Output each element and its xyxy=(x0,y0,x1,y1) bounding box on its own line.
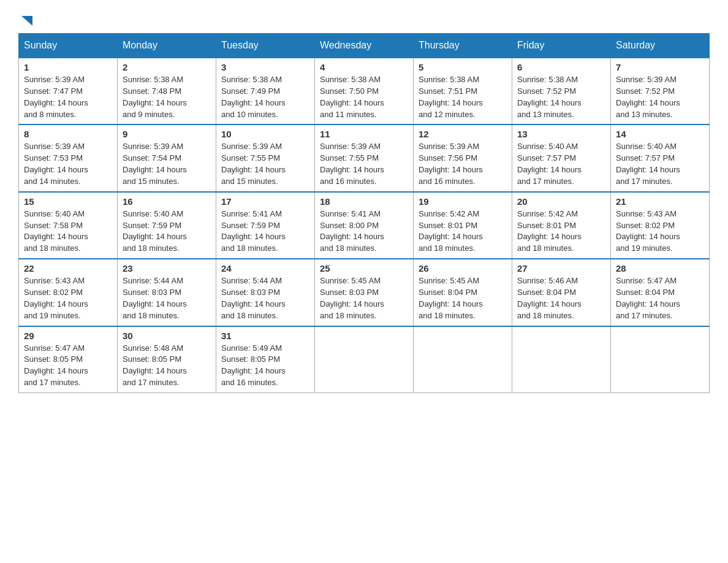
day-number: 16 xyxy=(123,196,211,207)
calendar-cell: 2 Sunrise: 5:38 AMSunset: 7:48 PMDayligh… xyxy=(118,58,216,124)
calendar-cell: 4 Sunrise: 5:38 AMSunset: 7:50 PMDayligh… xyxy=(315,58,414,124)
day-info: Sunrise: 5:45 AMSunset: 8:03 PMDaylight:… xyxy=(320,275,408,321)
day-info: Sunrise: 5:39 AMSunset: 7:56 PMDaylight:… xyxy=(419,141,507,187)
calendar-cell: 12 Sunrise: 5:39 AMSunset: 7:56 PMDaylig… xyxy=(414,124,512,191)
day-number: 31 xyxy=(221,331,309,341)
day-number: 26 xyxy=(419,263,507,274)
calendar-table: SundayMondayTuesdayWednesdayThursdayFrid… xyxy=(18,33,710,393)
day-number: 17 xyxy=(221,196,309,207)
day-info: Sunrise: 5:38 AMSunset: 7:50 PMDaylight:… xyxy=(320,74,408,120)
day-number: 20 xyxy=(517,196,605,207)
day-number: 29 xyxy=(24,331,112,341)
day-number: 21 xyxy=(616,196,704,207)
page-header xyxy=(18,12,710,27)
calendar-cell: 10 Sunrise: 5:39 AMSunset: 7:55 PMDaylig… xyxy=(216,124,315,191)
weekday-header-monday: Monday xyxy=(118,34,216,58)
calendar-cell: 26 Sunrise: 5:45 AMSunset: 8:04 PMDaylig… xyxy=(414,259,512,326)
day-info: Sunrise: 5:48 AMSunset: 8:05 PMDaylight:… xyxy=(123,343,211,389)
day-number: 18 xyxy=(320,196,408,207)
weekday-header-sunday: Sunday xyxy=(19,34,118,58)
calendar-cell: 5 Sunrise: 5:38 AMSunset: 7:51 PMDayligh… xyxy=(414,58,512,124)
day-info: Sunrise: 5:41 AMSunset: 7:59 PMDaylight:… xyxy=(221,209,309,255)
calendar-cell: 22 Sunrise: 5:43 AMSunset: 8:02 PMDaylig… xyxy=(19,259,118,326)
weekday-header-thursday: Thursday xyxy=(414,34,512,58)
day-number: 7 xyxy=(616,62,704,72)
day-number: 10 xyxy=(221,129,309,139)
weekday-header-tuesday: Tuesday xyxy=(216,34,315,58)
day-info: Sunrise: 5:38 AMSunset: 7:48 PMDaylight:… xyxy=(123,74,211,120)
day-number: 11 xyxy=(320,129,408,139)
day-info: Sunrise: 5:45 AMSunset: 8:04 PMDaylight:… xyxy=(419,275,507,321)
calendar-cell: 6 Sunrise: 5:38 AMSunset: 7:52 PMDayligh… xyxy=(512,58,611,124)
day-number: 30 xyxy=(123,331,211,341)
calendar-cell: 28 Sunrise: 5:47 AMSunset: 8:04 PMDaylig… xyxy=(611,259,710,326)
calendar-cell: 16 Sunrise: 5:40 AMSunset: 7:59 PMDaylig… xyxy=(118,192,216,259)
calendar-cell: 14 Sunrise: 5:40 AMSunset: 7:57 PMDaylig… xyxy=(611,124,710,191)
svg-marker-0 xyxy=(21,16,32,26)
day-info: Sunrise: 5:46 AMSunset: 8:04 PMDaylight:… xyxy=(517,275,605,321)
day-number: 4 xyxy=(320,62,408,72)
calendar-cell: 19 Sunrise: 5:42 AMSunset: 8:01 PMDaylig… xyxy=(414,192,512,259)
weekday-header-friday: Friday xyxy=(512,34,611,58)
calendar-week-row: 29 Sunrise: 5:47 AMSunset: 8:05 PMDaylig… xyxy=(19,326,710,393)
day-info: Sunrise: 5:39 AMSunset: 7:54 PMDaylight:… xyxy=(123,141,211,187)
day-info: Sunrise: 5:39 AMSunset: 7:55 PMDaylight:… xyxy=(320,141,408,187)
logo-triangle-icon xyxy=(20,13,34,27)
day-info: Sunrise: 5:40 AMSunset: 7:58 PMDaylight:… xyxy=(24,209,112,255)
calendar-cell: 25 Sunrise: 5:45 AMSunset: 8:03 PMDaylig… xyxy=(315,259,414,326)
calendar-week-row: 22 Sunrise: 5:43 AMSunset: 8:02 PMDaylig… xyxy=(19,259,710,326)
day-info: Sunrise: 5:44 AMSunset: 8:03 PMDaylight:… xyxy=(221,275,309,321)
day-info: Sunrise: 5:49 AMSunset: 8:05 PMDaylight:… xyxy=(221,343,309,389)
day-info: Sunrise: 5:47 AMSunset: 8:04 PMDaylight:… xyxy=(616,275,704,321)
calendar-cell: 13 Sunrise: 5:40 AMSunset: 7:57 PMDaylig… xyxy=(512,124,611,191)
calendar-cell: 15 Sunrise: 5:40 AMSunset: 7:58 PMDaylig… xyxy=(19,192,118,259)
calendar-cell: 21 Sunrise: 5:43 AMSunset: 8:02 PMDaylig… xyxy=(611,192,710,259)
day-info: Sunrise: 5:42 AMSunset: 8:01 PMDaylight:… xyxy=(517,209,605,255)
calendar-cell xyxy=(611,326,710,393)
day-number: 28 xyxy=(616,263,704,274)
day-number: 8 xyxy=(24,129,112,139)
calendar-cell: 23 Sunrise: 5:44 AMSunset: 8:03 PMDaylig… xyxy=(118,259,216,326)
day-info: Sunrise: 5:39 AMSunset: 7:53 PMDaylight:… xyxy=(24,141,112,187)
day-number: 24 xyxy=(221,263,309,274)
calendar-cell: 31 Sunrise: 5:49 AMSunset: 8:05 PMDaylig… xyxy=(216,326,315,393)
calendar-cell: 27 Sunrise: 5:46 AMSunset: 8:04 PMDaylig… xyxy=(512,259,611,326)
day-number: 3 xyxy=(221,62,309,72)
day-number: 2 xyxy=(123,62,211,72)
day-info: Sunrise: 5:42 AMSunset: 8:01 PMDaylight:… xyxy=(419,209,507,255)
day-info: Sunrise: 5:41 AMSunset: 8:00 PMDaylight:… xyxy=(320,209,408,255)
day-info: Sunrise: 5:39 AMSunset: 7:52 PMDaylight:… xyxy=(616,74,704,120)
day-number: 13 xyxy=(517,129,605,139)
day-number: 22 xyxy=(24,263,112,274)
day-number: 6 xyxy=(517,62,605,72)
calendar-cell: 9 Sunrise: 5:39 AMSunset: 7:54 PMDayligh… xyxy=(118,124,216,191)
calendar-cell: 20 Sunrise: 5:42 AMSunset: 8:01 PMDaylig… xyxy=(512,192,611,259)
day-number: 23 xyxy=(123,263,211,274)
day-number: 14 xyxy=(616,129,704,139)
calendar-cell: 24 Sunrise: 5:44 AMSunset: 8:03 PMDaylig… xyxy=(216,259,315,326)
calendar-cell xyxy=(512,326,611,393)
day-number: 15 xyxy=(24,196,112,207)
calendar-cell: 11 Sunrise: 5:39 AMSunset: 7:55 PMDaylig… xyxy=(315,124,414,191)
calendar-cell: 8 Sunrise: 5:39 AMSunset: 7:53 PMDayligh… xyxy=(19,124,118,191)
day-info: Sunrise: 5:47 AMSunset: 8:05 PMDaylight:… xyxy=(24,343,112,389)
day-number: 12 xyxy=(419,129,507,139)
day-info: Sunrise: 5:40 AMSunset: 7:57 PMDaylight:… xyxy=(616,141,704,187)
day-info: Sunrise: 5:39 AMSunset: 7:55 PMDaylight:… xyxy=(221,141,309,187)
weekday-header-wednesday: Wednesday xyxy=(315,34,414,58)
calendar-cell: 7 Sunrise: 5:39 AMSunset: 7:52 PMDayligh… xyxy=(611,58,710,124)
day-info: Sunrise: 5:38 AMSunset: 7:52 PMDaylight:… xyxy=(517,74,605,120)
day-info: Sunrise: 5:43 AMSunset: 8:02 PMDaylight:… xyxy=(616,209,704,255)
day-info: Sunrise: 5:43 AMSunset: 8:02 PMDaylight:… xyxy=(24,275,112,321)
day-info: Sunrise: 5:38 AMSunset: 7:51 PMDaylight:… xyxy=(419,74,507,120)
calendar-week-row: 15 Sunrise: 5:40 AMSunset: 7:58 PMDaylig… xyxy=(19,192,710,259)
calendar-week-row: 1 Sunrise: 5:39 AMSunset: 7:47 PMDayligh… xyxy=(19,58,710,124)
day-number: 19 xyxy=(419,196,507,207)
calendar-cell: 29 Sunrise: 5:47 AMSunset: 8:05 PMDaylig… xyxy=(19,326,118,393)
weekday-header-saturday: Saturday xyxy=(611,34,710,58)
day-info: Sunrise: 5:39 AMSunset: 7:47 PMDaylight:… xyxy=(24,74,112,120)
calendar-cell xyxy=(414,326,512,393)
day-number: 5 xyxy=(419,62,507,72)
calendar-cell: 17 Sunrise: 5:41 AMSunset: 7:59 PMDaylig… xyxy=(216,192,315,259)
logo xyxy=(18,12,34,27)
